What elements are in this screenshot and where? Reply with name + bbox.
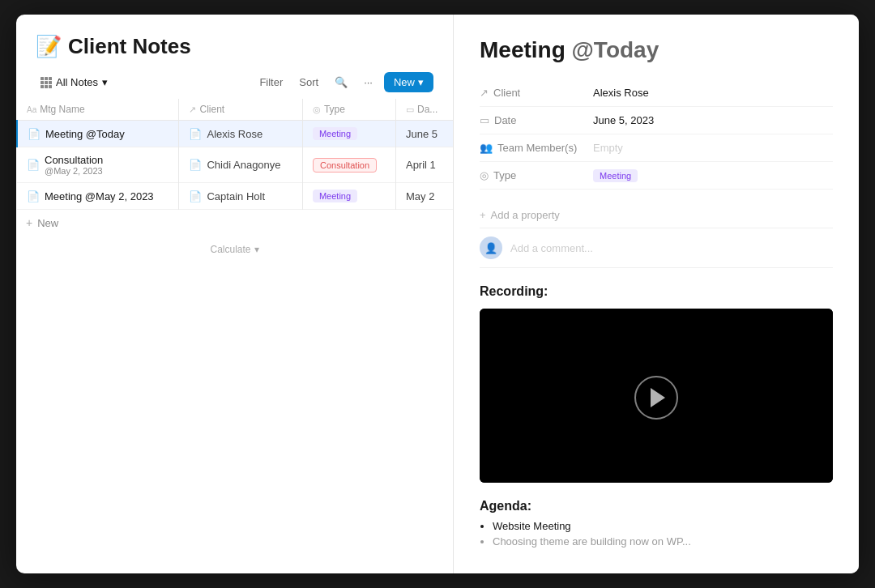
property-value-client[interactable]: Alexis Rose xyxy=(593,87,833,99)
play-button[interactable] xyxy=(634,376,678,420)
comment-input[interactable]: Add a comment... xyxy=(510,242,593,254)
team-icon: 👥 xyxy=(480,142,493,154)
view-label: All Notes xyxy=(56,76,98,88)
type-badge-0: Meeting xyxy=(313,127,357,140)
doc-icon: 📄 xyxy=(27,190,40,202)
row-name-2: Meeting @May 2, 2023 xyxy=(45,190,154,202)
client-name-0: Alexis Rose xyxy=(207,128,262,140)
add-property-label: Add a property xyxy=(491,209,560,221)
new-chevron-icon: ▾ xyxy=(418,76,424,88)
table-row[interactable]: 📄Meeting @Today📄Alexis RoseMeetingJune 5 xyxy=(17,121,453,147)
avatar: 👤 xyxy=(480,236,502,259)
property-value-date[interactable]: June 5, 2023 xyxy=(593,114,833,126)
client-name-2: Captain Holt xyxy=(207,190,265,202)
cell-type-1: Consultation xyxy=(302,147,395,183)
sort-button[interactable]: Sort xyxy=(294,73,323,92)
calculate-row[interactable]: Calculate ▾ xyxy=(16,236,453,263)
cell-name-1: 📄Consultation@May 2, 2023 xyxy=(17,147,179,183)
table-row[interactable]: 📄Consultation@May 2, 2023📄Chidi Anagonye… xyxy=(17,147,453,183)
filter-button[interactable]: Filter xyxy=(254,73,288,92)
property-value-type[interactable]: Meeting xyxy=(593,169,833,182)
recording-section-label: Recording: xyxy=(480,284,833,299)
property-label-client: ↗ Client xyxy=(480,87,593,99)
agenda-item-0: Website Meeting xyxy=(493,520,833,532)
doc-icon: 📄 xyxy=(27,159,40,171)
calculate-label: Calculate xyxy=(210,244,250,255)
add-new-row[interactable]: + New xyxy=(16,210,453,236)
cell-type-2: Meeting xyxy=(302,183,395,210)
doc-icon: 📄 xyxy=(28,128,41,140)
title-emoji: 📝 xyxy=(36,34,62,59)
col-date[interactable]: ▭ Da... xyxy=(395,99,453,121)
cell-date-2: May 2 xyxy=(395,183,453,210)
video-body xyxy=(480,309,833,483)
add-property-row[interactable]: + Add a property xyxy=(480,202,833,228)
cell-date-1: April 1 xyxy=(395,147,453,183)
type-badge: Meeting xyxy=(593,169,638,182)
client-doc-icon: 📄 xyxy=(189,128,202,140)
new-label: New xyxy=(394,76,415,88)
type-label: Type xyxy=(493,169,516,181)
title-text: Client Notes xyxy=(68,34,191,59)
client-doc-icon: 📄 xyxy=(189,190,202,202)
type-badge-2: Meeting xyxy=(313,190,357,202)
property-row-type: ◎ Type Meeting xyxy=(480,162,833,190)
agenda-list: Website MeetingChoosing theme are buildi… xyxy=(480,520,833,548)
row-name-1: Consultation xyxy=(45,154,103,166)
type-icon: ◎ xyxy=(480,169,489,181)
client-icon: ↗ xyxy=(480,87,489,99)
client-label: Client xyxy=(493,87,520,99)
cell-client-2: 📄Captain Holt xyxy=(179,183,302,210)
col-client[interactable]: ↗ Client xyxy=(179,99,302,121)
type-badge-1: Consultation xyxy=(313,158,377,173)
property-row-client: ↗ Client Alexis Rose xyxy=(480,79,833,107)
agenda-section: Agenda: Website MeetingChoosing theme ar… xyxy=(480,499,833,551)
grid-icon xyxy=(41,77,52,88)
cell-date-0: June 5 xyxy=(395,121,453,147)
new-button[interactable]: New ▾ xyxy=(384,72,433,92)
cell-name-0: 📄Meeting @Today xyxy=(17,121,179,147)
comment-row: 👤 Add a comment... xyxy=(480,228,833,268)
view-chevron-icon: ▾ xyxy=(102,76,108,88)
client-name-1: Chidi Anagonye xyxy=(207,159,280,171)
table-container: Aa Mtg Name ↗ Client ◎ xyxy=(16,99,453,573)
property-row-date: ▭ Date June 5, 2023 xyxy=(480,107,833,134)
video-container: ▶ 0:00 / 1:01:26 🔊 ⛶ ⋮ xyxy=(480,309,833,483)
add-property-plus-icon: + xyxy=(480,209,486,221)
notes-table: Aa Mtg Name ↗ Client ◎ xyxy=(16,99,453,210)
view-all-notes-button[interactable]: All Notes ▾ xyxy=(36,73,113,92)
agenda-item-1: Choosing theme are building now on WP... xyxy=(493,535,833,548)
row-name-0: Meeting @Today xyxy=(45,128,125,140)
avatar-icon: 👤 xyxy=(484,242,497,254)
property-label-date: ▭ Date xyxy=(480,114,593,126)
col-type[interactable]: ◎ Type xyxy=(302,99,395,121)
date-icon: ▭ xyxy=(480,114,489,126)
right-panel: Meeting @Today ↗ Client Alexis Rose ▭ Da… xyxy=(454,15,859,573)
cell-client-0: 📄Alexis Rose xyxy=(179,121,302,147)
property-row-team: 👥 Team Member(s) Empty xyxy=(480,134,833,162)
add-new-plus-icon: + xyxy=(26,216,32,229)
property-label-team: 👥 Team Member(s) xyxy=(480,142,593,154)
property-value-team[interactable]: Empty xyxy=(593,142,833,154)
cell-client-1: 📄Chidi Anagonye xyxy=(179,147,302,183)
cell-type-0: Meeting xyxy=(302,121,395,147)
calculate-chevron-icon: ▾ xyxy=(254,244,259,255)
page-title: 📝 Client Notes xyxy=(36,34,433,59)
detail-title: Meeting @Today xyxy=(480,37,833,63)
properties-table: ↗ Client Alexis Rose ▭ Date June 5, 2023… xyxy=(480,79,833,190)
team-label: Team Member(s) xyxy=(497,142,577,154)
cell-name-2: 📄Meeting @May 2, 2023 xyxy=(17,183,179,210)
col-mtg-name[interactable]: Aa Mtg Name xyxy=(17,99,179,121)
left-header: 📝 Client Notes All Notes ▾ Filter Sort 🔍 xyxy=(16,15,453,92)
client-doc-icon: 📄 xyxy=(189,159,202,171)
detail-title-date: @Today xyxy=(572,37,659,62)
toolbar: All Notes ▾ Filter Sort 🔍 ··· New ▾ xyxy=(36,72,433,92)
left-panel: 📝 Client Notes All Notes ▾ Filter Sort 🔍 xyxy=(16,15,454,573)
row-name-sub-1: @May 2, 2023 xyxy=(45,166,103,176)
search-button[interactable]: 🔍 xyxy=(330,73,352,92)
table-row[interactable]: 📄Meeting @May 2, 2023📄Captain HoltMeetin… xyxy=(17,183,453,210)
app-window: 📝 Client Notes All Notes ▾ Filter Sort 🔍 xyxy=(16,15,859,573)
agenda-title: Agenda: xyxy=(480,499,833,513)
more-options-button[interactable]: ··· xyxy=(359,73,378,92)
table-body: 📄Meeting @Today📄Alexis RoseMeetingJune 5… xyxy=(17,121,453,210)
